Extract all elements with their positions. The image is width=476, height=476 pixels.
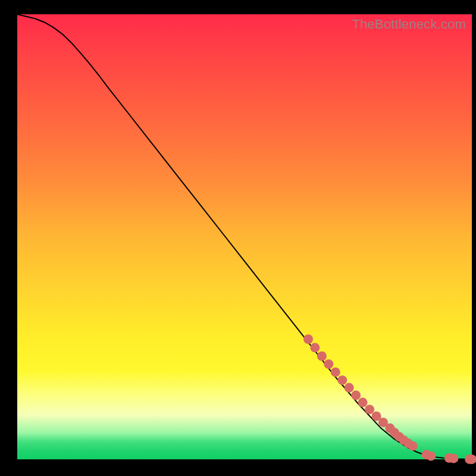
data-dot	[365, 405, 374, 414]
chart-svg	[17, 14, 472, 459]
data-dot	[310, 343, 320, 352]
data-dot	[345, 383, 354, 393]
data-dot	[426, 451, 436, 461]
data-dot	[317, 352, 327, 361]
dots-group	[303, 334, 476, 464]
data-dot	[358, 397, 368, 407]
data-dot	[351, 390, 361, 400]
plot-area: TheBottleneck.com	[17, 14, 472, 459]
data-dot	[408, 441, 418, 451]
data-dot	[303, 334, 313, 344]
data-dot	[337, 375, 347, 385]
curve-line	[17, 14, 472, 459]
data-dot	[324, 359, 333, 369]
data-dot	[449, 453, 458, 463]
chart-stage: TheBottleneck.com	[0, 0, 476, 476]
data-dot	[331, 367, 340, 377]
